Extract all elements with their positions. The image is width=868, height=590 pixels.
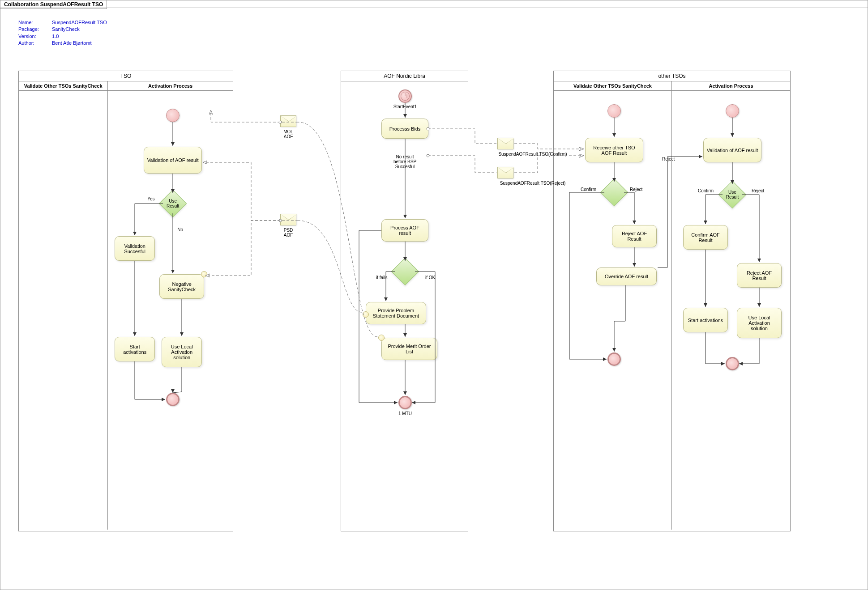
meta-name-label: Name: bbox=[18, 19, 52, 26]
gateway-use-result-tso: Use Result bbox=[163, 194, 183, 213]
message-psd-aof-label: PSD AOF bbox=[279, 228, 297, 238]
label-yes-tso: Yes bbox=[147, 196, 154, 201]
activity-use-local-activation-tso: Use Local Activation solution bbox=[162, 337, 202, 367]
message-confirm: SuspendAOFResult TSO(Confirm) bbox=[497, 138, 513, 149]
activity-start-activations-other: Start activations bbox=[683, 308, 728, 332]
meta-author-label: Author: bbox=[18, 40, 52, 47]
activity-override-aof: Override AOF result bbox=[596, 267, 657, 285]
message-reject: SuspendAOFResult TSO(Reject) bbox=[497, 167, 513, 178]
meta-author: Bent Atle Bjørtomt bbox=[52, 40, 107, 47]
activity-reject-aof-result-2: Reject AOF Result bbox=[737, 263, 782, 288]
timer-start-event-aof bbox=[398, 89, 412, 103]
lane-other-validate-title: Validate Other TSOs SanityCheck bbox=[554, 81, 671, 91]
lane-tso-validate-title: Validate Other TSOs SanityCheck bbox=[19, 81, 107, 91]
meta-version: 1.0 bbox=[52, 33, 107, 40]
message-psd-aof: PSD AOF bbox=[280, 214, 296, 225]
pool-other: other TSOs Validate Other TSOs SanityChe… bbox=[553, 71, 791, 531]
lane-other-validate: Validate Other TSOs SanityCheck Receive … bbox=[554, 81, 672, 530]
activity-process-aof-result: Process AOF result bbox=[381, 219, 428, 242]
activity-validation-successful: Validation Succesful bbox=[115, 236, 155, 261]
start-event-tso bbox=[166, 109, 180, 122]
message-mol-aof-label: MOL AOF bbox=[279, 129, 297, 139]
lane-tso-activation: Activation Process Validation of AOF res… bbox=[108, 81, 233, 530]
lane-tso-activation-title: Activation Process bbox=[108, 81, 233, 91]
pool-aof-title: AOF Nordic Libra bbox=[341, 71, 468, 81]
lane-other-activation: Activation Process Validation of AOF res… bbox=[672, 81, 790, 530]
label-no-tso: No bbox=[177, 227, 183, 232]
start-event-other-activation bbox=[726, 104, 739, 118]
pool-aof: AOF Nordic Libra StartEvent1 Processs Bi… bbox=[341, 71, 468, 531]
label-startevent1: StartEvent1 bbox=[392, 104, 419, 109]
activity-start-activations-tso: Start activations bbox=[115, 337, 155, 361]
meta-package-label: Package: bbox=[18, 26, 52, 33]
meta-version-label: Version: bbox=[18, 33, 52, 40]
label-confirm-1: Confirm bbox=[581, 187, 596, 192]
meta-name: SuspendAOFResult TSO bbox=[52, 19, 107, 26]
label-reject-2: Reject bbox=[752, 188, 764, 193]
message-confirm-label: SuspendAOFResult TSO(Confirm) bbox=[497, 152, 569, 157]
activity-negative-sanitycheck: Negative SanityCheck bbox=[159, 274, 204, 299]
label-reject-1: Reject bbox=[630, 187, 642, 192]
gateway-other-confirm bbox=[604, 183, 624, 202]
end-event-other-validate bbox=[607, 352, 621, 366]
pool-tso-title: TSO bbox=[19, 71, 233, 81]
start-event-other-validate bbox=[607, 104, 621, 118]
label-if-ok: if OK bbox=[425, 275, 435, 280]
lane-other-activation-title: Activation Process bbox=[672, 81, 790, 91]
pool-tso: TSO Validate Other TSOs SanityCheck Acti… bbox=[18, 71, 233, 531]
end-event-aof bbox=[398, 396, 412, 409]
activity-receive-other-tso-aof: Receive other TSO AOF Result bbox=[585, 138, 643, 162]
gateway-aof-ok bbox=[395, 262, 415, 281]
activity-validation-aof-result-other: Validation of AOF result bbox=[703, 138, 761, 162]
boundary-event-psd bbox=[363, 311, 369, 318]
pool-other-title: other TSOs bbox=[554, 71, 790, 81]
boundary-event-negsc bbox=[201, 271, 207, 277]
message-reject-label: SuspendAOFResult TSO(Reject) bbox=[497, 181, 569, 186]
message-mol-aof: MOL AOF bbox=[280, 115, 296, 127]
label-if-fails: if fails bbox=[376, 275, 388, 280]
label-reject-override: Reject bbox=[662, 157, 675, 161]
end-event-other-activation bbox=[726, 357, 739, 370]
label-confirm-2: Confirm bbox=[698, 188, 714, 193]
lane-tso-validate: Validate Other TSOs SanityCheck bbox=[19, 81, 108, 530]
activity-confirm-aof-result: Confirm AOF Result bbox=[683, 225, 728, 250]
activity-process-bids: Processs Bids bbox=[381, 119, 428, 139]
label-1mtu: 1 MTU bbox=[396, 411, 414, 416]
activity-provide-mol: Provide Merit Order List bbox=[381, 338, 437, 360]
activity-reject-aof-result-1: Reject AOF Result bbox=[612, 225, 657, 247]
diagram-metadata: Name: SuspendAOFResult TSO Package: Sani… bbox=[18, 19, 107, 47]
meta-package: SanityCheck bbox=[52, 26, 107, 33]
gateway-use-result-other: Use Result bbox=[723, 185, 742, 204]
label-noresult: No result before BSP Succesful bbox=[390, 154, 419, 169]
activity-use-local-activation-other: Use Local Activation solution bbox=[737, 308, 782, 338]
activity-provide-psd: Provide Problem Statement Document bbox=[366, 302, 426, 324]
end-event-tso bbox=[166, 393, 180, 406]
boundary-event-mol bbox=[378, 335, 385, 341]
activity-validation-aof-result-tso: Validation of AOF result bbox=[144, 147, 202, 174]
